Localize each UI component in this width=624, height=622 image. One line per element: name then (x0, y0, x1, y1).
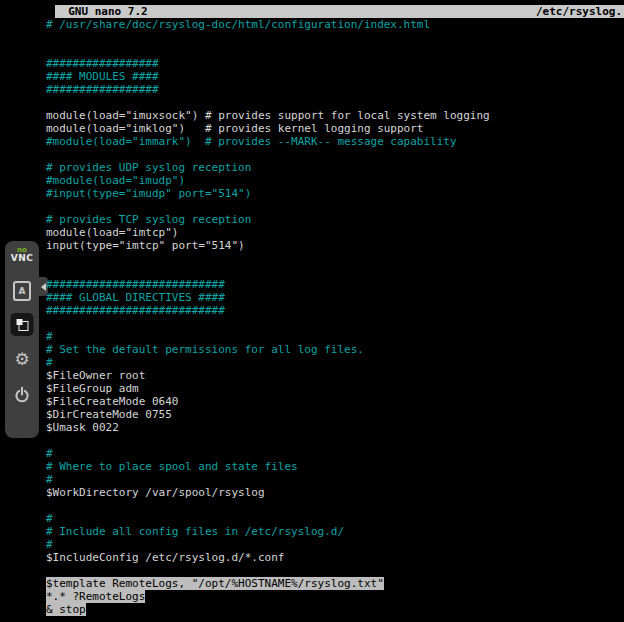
editor-line: $FileCreateMode 0640 (46, 395, 624, 408)
editor-line: $FileOwner root (46, 369, 624, 382)
editor-line (46, 434, 624, 447)
editor-line: #input(type="imudp" port="514") (46, 187, 624, 200)
editor-line: ########################### (46, 278, 624, 291)
editor-line (46, 265, 624, 278)
editor-line: ################# (46, 83, 624, 96)
editor-line: $IncludeConfig /etc/rsyslog.d/*.conf (46, 551, 624, 564)
editor-line: & stop (46, 603, 624, 616)
editor-line: $template RemoteLogs, "/opt/%HOSTNAME%/r… (46, 577, 624, 590)
editor-line (46, 499, 624, 512)
editor-line: #### MODULES #### (46, 70, 624, 83)
editor-line: # Set the default permissions for all lo… (46, 343, 624, 356)
editor-line: $FileGroup adm (46, 382, 624, 395)
editor-line: # provides UDP syslog reception (46, 161, 624, 174)
editor-line (46, 31, 624, 44)
gear-icon: ⚙ (14, 351, 29, 368)
editor-line: $WorkDirectory /var/spool/rsyslog (46, 486, 624, 499)
screen: no VNC A ⚙ GNU nano 7.2 /etc/rsyslog. # … (0, 0, 624, 622)
editor-line: module(load="imklog") # provides kernel … (46, 122, 624, 135)
editor-line: # (46, 512, 624, 525)
editor-line: ################# (46, 57, 624, 70)
editor-line (46, 317, 624, 330)
nano-filename: /etc/rsyslog. (536, 5, 622, 18)
nano-version: GNU nano 7.2 (55, 5, 148, 18)
editor-line: module(load="imuxsock") # provides suppo… (46, 109, 624, 122)
editor-line: # /usr/share/doc/rsyslog-doc/html/config… (46, 18, 624, 31)
nano-titlebar: GNU nano 7.2 /etc/rsyslog. (55, 5, 624, 18)
editor-line: # (46, 356, 624, 369)
fullscreen-button[interactable] (11, 313, 34, 336)
editor-line: $Umask 0022 (46, 421, 624, 434)
editor-line (46, 564, 624, 577)
editor-line: # (46, 538, 624, 551)
fullscreen-icon (15, 318, 29, 332)
novnc-logo-vnc: VNC (5, 254, 39, 262)
settings-button[interactable]: ⚙ (10, 347, 34, 371)
editor-content[interactable]: # /usr/share/doc/rsyslog-doc/html/config… (46, 18, 624, 616)
editor-line: # (46, 447, 624, 460)
editor-line (46, 148, 624, 161)
editor-line: # Where to place spool and state files (46, 460, 624, 473)
power-button[interactable] (10, 382, 34, 406)
editor-line: ########################### (46, 304, 624, 317)
editor-line: *.* ?RemoteLogs (46, 590, 624, 603)
editor-line (46, 44, 624, 57)
editor-line: input(type="imtcp" port="514") (46, 239, 624, 252)
editor-line (46, 200, 624, 213)
clipboard-button[interactable]: A (10, 279, 34, 303)
novnc-logo: no VNC (5, 246, 39, 262)
editor-line: # (46, 330, 624, 343)
editor-line: # Include all config files in /etc/rsysl… (46, 525, 624, 538)
editor-line: # provides TCP syslog reception (46, 213, 624, 226)
editor-line: module(load="imtcp") (46, 226, 624, 239)
editor-line: $DirCreateMode 0755 (46, 408, 624, 421)
novnc-control-bar: no VNC A ⚙ (5, 241, 39, 438)
editor-line: # (46, 473, 624, 486)
editor-line: #### GLOBAL DIRECTIVES #### (46, 291, 624, 304)
editor-line: #module(load="immark") # provides --MARK… (46, 135, 624, 148)
editor-line: #module(load="imudp") (46, 174, 624, 187)
clipboard-icon: A (13, 281, 31, 301)
editor-line (46, 252, 624, 265)
editor-line (46, 96, 624, 109)
power-icon (13, 385, 31, 403)
nano-terminal[interactable]: GNU nano 7.2 /etc/rsyslog. # /usr/share/… (46, 5, 624, 622)
